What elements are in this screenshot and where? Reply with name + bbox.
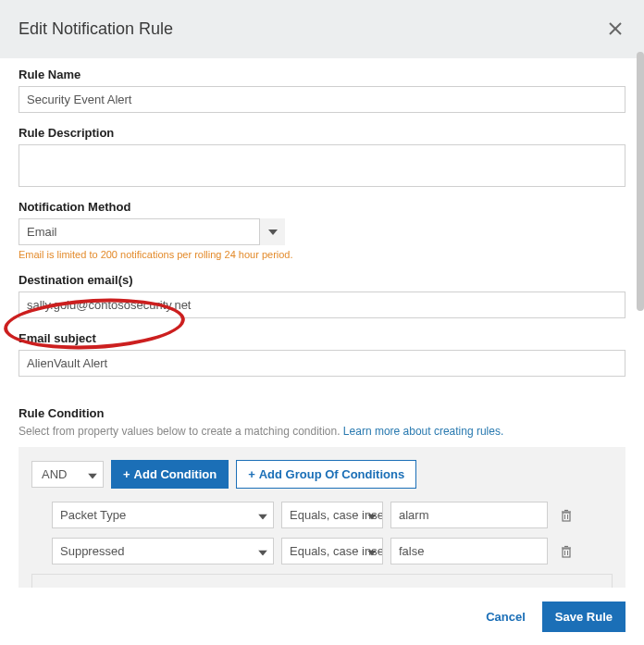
notification-method-select[interactable]: Email bbox=[19, 218, 285, 245]
chevron-down-icon bbox=[258, 508, 267, 522]
svg-marker-3 bbox=[88, 473, 97, 478]
condition-builder: AND +Add Condition +Add Group Of Conditi… bbox=[19, 447, 625, 588]
add-condition-button[interactable]: +Add Condition bbox=[111, 460, 229, 489]
rule-name-field: Rule Name bbox=[19, 68, 625, 113]
rule-condition-subtext-pre: Select from property values below to cre… bbox=[19, 425, 343, 438]
chevron-down-icon bbox=[367, 508, 377, 522]
email-subject-field: Email subject bbox=[19, 331, 625, 377]
trash-icon[interactable] bbox=[559, 508, 574, 523]
destination-emails-input[interactable] bbox=[19, 291, 625, 318]
chevron-down-icon bbox=[258, 544, 267, 558]
current-rule-panel: CURRENT RULE (packet_type == 'alarm' AND… bbox=[31, 574, 613, 588]
close-icon[interactable] bbox=[605, 15, 625, 43]
dialog-header: Edit Notification Rule bbox=[0, 0, 644, 58]
condition-operator-select[interactable]: Equals, case insensitive bbox=[281, 502, 383, 528]
chevron-down-icon[interactable] bbox=[259, 218, 285, 245]
svg-rect-6 bbox=[563, 513, 570, 521]
condition-value-input[interactable] bbox=[390, 502, 548, 528]
plus-icon: + bbox=[248, 467, 255, 481]
svg-rect-13 bbox=[563, 549, 570, 557]
svg-marker-4 bbox=[258, 514, 267, 519]
condition-property-select[interactable]: Suppressed bbox=[52, 538, 274, 564]
destination-emails-label: Destination email(s) bbox=[19, 273, 625, 287]
dialog-footer: Cancel Save Rule bbox=[0, 588, 644, 645]
condition-property-select[interactable]: Packet Type bbox=[52, 502, 274, 528]
condition-row: Packet Type Equals, case insensitive bbox=[31, 502, 613, 528]
learn-more-link[interactable]: Learn more about creating rules. bbox=[343, 425, 503, 438]
notification-method-label: Notification Method bbox=[19, 200, 625, 214]
condition-property-value: Suppressed bbox=[60, 544, 124, 558]
plus-icon: + bbox=[123, 467, 130, 481]
email-subject-input[interactable] bbox=[19, 350, 625, 377]
add-condition-label: Add Condition bbox=[134, 467, 217, 481]
rule-condition-section: Rule Condition Select from property valu… bbox=[19, 406, 625, 588]
rule-description-field: Rule Description bbox=[19, 126, 625, 187]
scrollbar[interactable] bbox=[637, 52, 644, 593]
current-rule-title: CURRENT RULE bbox=[45, 586, 599, 588]
logic-operator-value: AND bbox=[42, 467, 67, 481]
logic-operator-select[interactable]: AND bbox=[31, 461, 104, 488]
condition-operator-select[interactable]: Equals, case insensitive bbox=[281, 538, 383, 564]
chevron-down-icon bbox=[367, 544, 377, 558]
condition-row: Suppressed Equals, case insensitive bbox=[31, 538, 613, 564]
rule-condition-heading: Rule Condition bbox=[19, 406, 625, 420]
svg-marker-11 bbox=[258, 550, 267, 555]
svg-marker-12 bbox=[367, 550, 377, 555]
destination-emails-field: Destination email(s) bbox=[19, 273, 625, 318]
email-subject-label: Email subject bbox=[19, 331, 625, 345]
cancel-button[interactable]: Cancel bbox=[486, 610, 526, 624]
trash-icon[interactable] bbox=[559, 544, 574, 559]
rule-name-label: Rule Name bbox=[19, 68, 625, 81]
rule-condition-subtext: Select from property values below to cre… bbox=[19, 425, 625, 438]
save-rule-button[interactable]: Save Rule bbox=[542, 602, 625, 632]
rule-description-input[interactable] bbox=[19, 144, 625, 187]
rule-name-input[interactable] bbox=[19, 86, 625, 113]
condition-toolbar: AND +Add Condition +Add Group Of Conditi… bbox=[31, 460, 613, 489]
condition-value-input[interactable] bbox=[390, 538, 548, 564]
condition-property-value: Packet Type bbox=[60, 508, 126, 522]
add-group-button[interactable]: +Add Group Of Conditions bbox=[236, 460, 416, 489]
chevron-down-icon bbox=[88, 467, 97, 481]
add-group-label: Add Group Of Conditions bbox=[259, 467, 404, 481]
notification-method-field: Notification Method Email Email is limit… bbox=[19, 200, 625, 260]
edit-notification-rule-dialog: Edit Notification Rule Rule Name Rule De… bbox=[0, 0, 644, 645]
dialog-body: Rule Name Rule Description Notification … bbox=[0, 58, 644, 588]
scrollbar-thumb[interactable] bbox=[637, 52, 644, 311]
svg-marker-2 bbox=[268, 229, 278, 235]
notification-method-hint: Email is limited to 200 notifications pe… bbox=[19, 249, 625, 260]
rule-description-label: Rule Description bbox=[19, 126, 625, 140]
svg-marker-5 bbox=[367, 514, 377, 519]
dialog-title: Edit Notification Rule bbox=[19, 19, 173, 39]
